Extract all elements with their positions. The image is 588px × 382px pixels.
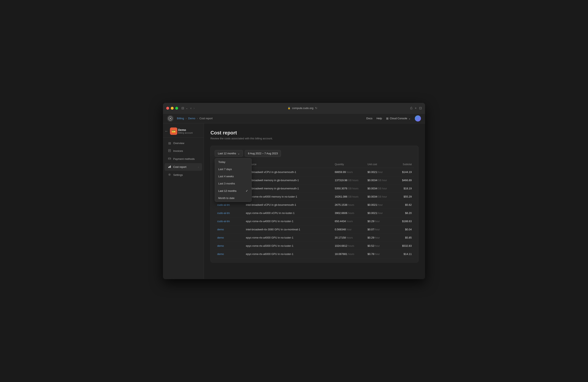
breadcrumb-billing[interactable]: Billing (177, 117, 184, 120)
filter-row: Last 12 months ⌄ 8 Aug 2022 – 7 Aug 2023 (215, 150, 414, 157)
table-row: demo epyc-rome-rtx-a4000 GPU in no-luste… (215, 234, 414, 242)
resource-cell: epyc-rome-rtx-a4000 GPU in no-luster-1 (243, 217, 332, 225)
invoices-icon (168, 149, 171, 153)
page-title: Cost report (210, 130, 419, 136)
resource-cell: intel-broadwell memory in gb-bournemouth… (243, 184, 332, 193)
period-dropdown[interactable]: Last 12 months ⌄ (215, 150, 243, 157)
dropdown-item-last4weeks[interactable]: Last 4 weeks (215, 173, 252, 180)
add-tab-icon[interactable]: + (415, 106, 417, 110)
th-subtotal: Subtotal (394, 161, 414, 168)
resource-cell: intel-broadwell vCPU in gb-bournemouth-1 (243, 201, 332, 209)
maximize-button[interactable] (175, 107, 178, 110)
sidebar-label-settings: Settings (173, 173, 183, 177)
project-link[interactable]: demo (217, 244, 224, 247)
project-link[interactable]: demo (217, 236, 224, 239)
minimize-button[interactable] (171, 107, 174, 110)
close-button[interactable] (166, 107, 169, 110)
grid-icon: ⊞ (386, 117, 389, 120)
today-label: Today (218, 160, 225, 163)
traffic-lights (166, 107, 178, 110)
sidebar: ← 💳 Demo Billing account ▤ Overview (163, 123, 204, 279)
user-avatar[interactable] (415, 115, 421, 122)
share-icon[interactable]: ⎙ (410, 106, 412, 110)
top-nav: Billing › Demo › Cost report Docs Help ⊞… (163, 113, 425, 123)
dropdown-item-last3months[interactable]: Last 3 months (215, 180, 252, 187)
forward-nav-icon[interactable]: › (193, 106, 194, 110)
last7days-label: Last 7 days (218, 168, 232, 171)
sidebar-label-invoices: Invoices (173, 149, 183, 153)
sidebar-item-cost-report[interactable]: Cost report › (165, 163, 202, 171)
subtotal-cell: $55.29 (394, 193, 414, 201)
dropdown-item-last12months[interactable]: Last 12 months ✓ (215, 187, 252, 195)
cost-report-chevron: › (198, 166, 199, 168)
project-link[interactable]: cudo-ai-tm (217, 220, 230, 223)
main-content: Cost report Review the costs associated … (204, 123, 425, 279)
svg-point-1 (170, 118, 171, 119)
subtotal-cell: $5.62 (394, 201, 414, 209)
project-link[interactable]: demo (217, 252, 224, 256)
subtotal-cell: $8.20 (394, 209, 414, 217)
docs-link[interactable]: Docs (366, 117, 372, 120)
date-range-button[interactable]: 8 Aug 2022 – 7 Aug 2023 (245, 150, 281, 157)
sidebar-item-invoices[interactable]: Invoices (165, 147, 202, 155)
refresh-icon[interactable]: ↻ (315, 107, 317, 110)
resource-cell: intel-broadwell-rtx-3080 GPU in ca-montr… (243, 225, 332, 234)
titlebar: ⊟ ⌄ ‹ › 🔒 compute.cudo.org ↻ ⎙ + ⊡ (163, 103, 425, 113)
payment-icon (168, 157, 171, 161)
resource-cell: epyc-rome-rtx-a4000 memory in no-luster-… (243, 193, 332, 201)
th-quantity: Quantity (332, 161, 365, 168)
breadcrumb: Billing › Demo › Cost report (177, 117, 212, 120)
th-unit-cost: Unit cost (365, 161, 394, 168)
svg-rect-6 (168, 158, 171, 159)
chevron-down-icon[interactable]: ⌄ (186, 107, 188, 110)
brand-text: Demo Billing account (178, 128, 193, 134)
help-link[interactable]: Help (377, 117, 382, 120)
sidebar-item-overview[interactable]: ▤ Overview (165, 139, 202, 147)
subtotal-cell: $14.11 (394, 250, 414, 258)
subtotal-cell: $0.04 (394, 225, 414, 234)
dropdown-item-today[interactable]: Today (215, 158, 252, 166)
nav-logo (167, 115, 174, 122)
sidebar-label-payment: Payment methods (173, 157, 195, 160)
filter-area: Last 12 months ⌄ 8 Aug 2022 – 7 Aug 2023… (210, 146, 419, 263)
brand-sub: Billing account (178, 132, 193, 134)
table-row: cudo-ai-tm epyc-rome-rtx-a4000 GPU in no… (215, 217, 414, 225)
page-subtitle: Review the costs associated with this bi… (210, 137, 419, 140)
svg-rect-8 (168, 167, 169, 168)
address-bar[interactable]: 🔒 compute.cudo.org ↻ (197, 107, 408, 110)
subtotal-cell: $188.63 (394, 217, 414, 225)
dropdown-item-last7days[interactable]: Last 7 days (215, 166, 252, 173)
breadcrumb-demo[interactable]: Demo (188, 117, 195, 120)
cloud-console-label: Cloud Console (390, 117, 407, 120)
svg-rect-10 (170, 166, 171, 168)
svg-point-11 (169, 174, 170, 175)
app-layout: ← 💳 Demo Billing account ▤ Overview (163, 123, 425, 279)
th-resource: Resource (243, 161, 332, 168)
resource-cell: epyc-rome-rtx-a4000 GPU in no-luster-1 (243, 234, 332, 242)
sidebar-item-payment-methods[interactable]: Payment methods (165, 155, 202, 163)
svg-rect-9 (169, 166, 170, 168)
project-link[interactable]: cudo-ai-tm (217, 203, 230, 206)
period-dropdown-menu: Today Last 7 days Last 4 weeks Last 3 mo… (215, 158, 252, 202)
breadcrumb-cost-report: Cost report (199, 117, 212, 120)
titlebar-right: ⎙ + ⊡ (410, 106, 422, 110)
sidebar-label-cost-report: Cost report (173, 165, 186, 168)
period-label: Last 12 months (218, 152, 236, 155)
project-link[interactable]: cudo-ai-tm (217, 211, 230, 215)
back-button[interactable]: ← (165, 129, 168, 134)
cost-report-icon (168, 165, 171, 169)
month-to-date-label: Month to date (218, 197, 235, 200)
lock-icon: 🔒 (288, 107, 291, 110)
last3months-label: Last 3 months (218, 182, 235, 185)
project-link[interactable]: demo (217, 228, 224, 231)
sidebar-item-settings[interactable]: Settings (165, 171, 202, 179)
subtotal-cell: $144.19 (394, 168, 414, 176)
back-nav-icon[interactable]: ‹ (190, 106, 191, 110)
brand-name: Demo (178, 128, 193, 132)
cloud-console-button[interactable]: ⊞ Cloud Console ⌄ (386, 117, 411, 120)
windows-icon[interactable]: ⊡ (419, 106, 422, 110)
dropdown-item-month-to-date[interactable]: Month to date (215, 195, 252, 202)
sidebar-toggle-icon[interactable]: ⊟ (181, 106, 184, 110)
table-row: demo intel-broadwell-rtx-3080 GPU in ca-… (215, 225, 414, 234)
sidebar-label-overview: Overview (173, 142, 184, 145)
